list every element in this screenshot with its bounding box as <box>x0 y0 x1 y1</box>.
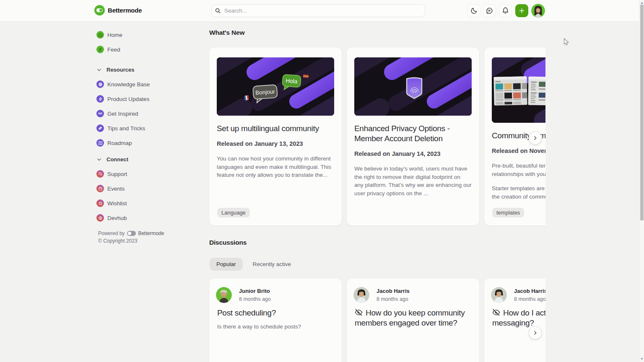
svg-text:Hola: Hola <box>286 78 298 85</box>
svg-text:bd: bd <box>99 112 102 115</box>
